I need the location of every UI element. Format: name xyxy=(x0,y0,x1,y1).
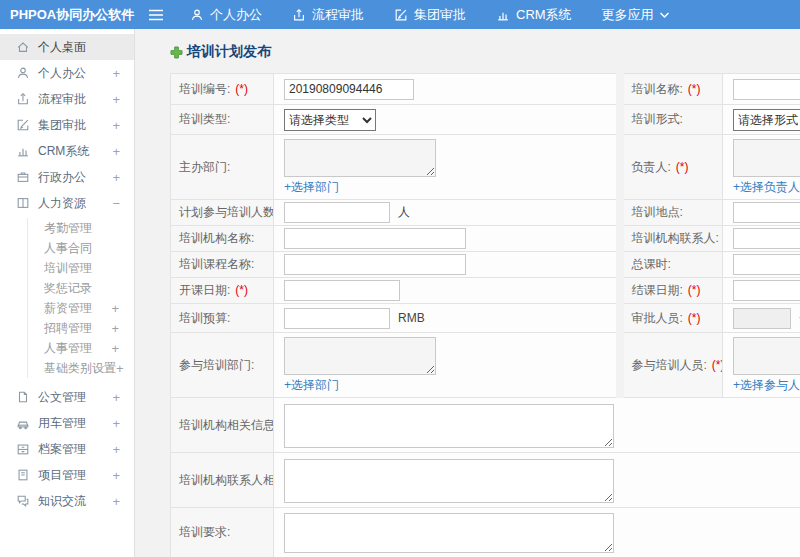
sidebar-item-admin-office[interactable]: 行政办公 + xyxy=(0,164,134,190)
field-label: 培训要求: xyxy=(171,508,274,557)
sidebar-subitem-attendance[interactable]: 考勤管理 xyxy=(28,218,134,238)
sidebar-item-label: 集团审批 xyxy=(38,117,86,134)
training-number-input[interactable] xyxy=(284,79,414,100)
training-type-select[interactable]: 请选择类型 xyxy=(284,109,376,131)
field-label: 总课时: xyxy=(624,252,723,278)
document-icon xyxy=(16,390,30,404)
sidebar-subitem-label: 薪资管理 xyxy=(44,300,92,317)
sidebar-item-label: 用车管理 xyxy=(38,415,86,432)
nav-crm[interactable]: CRM系统 xyxy=(496,6,572,24)
nav-personal-office[interactable]: 个人办公 xyxy=(190,6,262,24)
expand-icon[interactable]: + xyxy=(112,390,120,405)
sidebar-item-document-mgmt[interactable]: 公文管理 + xyxy=(0,384,134,410)
sidebar-subitem-rewards[interactable]: 奖惩记录 xyxy=(28,278,134,298)
field-label: 培训类型: xyxy=(171,105,274,135)
sidebar-item-label: 流程审批 xyxy=(38,91,86,108)
workflow-icon xyxy=(292,8,306,22)
training-plan-form: 培训编号:(*) 培训名称:(*) 培训类型: 请选择类型 培训形式: 请选择形… xyxy=(170,73,800,557)
sidebar-item-hr[interactable]: 人力资源 − xyxy=(0,190,134,216)
select-department-link[interactable]: +选择部门 xyxy=(284,180,339,194)
expand-icon[interactable]: + xyxy=(111,341,119,356)
sidebar-subitem-training[interactable]: 培训管理 xyxy=(28,258,134,278)
sidebar-subitem-personnel[interactable]: 人事管理 + xyxy=(28,338,134,358)
sidebar-subitem-salary[interactable]: 薪资管理 + xyxy=(28,298,134,318)
sidebar-item-personal-desktop[interactable]: 个人桌面 xyxy=(0,34,134,60)
top-navigation: 个人办公 流程审批 集团审批 CRM系统 更多应用 xyxy=(190,6,669,24)
expand-icon[interactable]: + xyxy=(112,494,120,509)
sidebar-subitem-label: 基础类别设置 xyxy=(44,360,116,377)
org-name-input[interactable] xyxy=(284,228,466,249)
sidebar: 个人桌面 个人办公 + 流程审批 + 集团审批 + CRM系统 + 行政办公 + xyxy=(0,29,135,557)
nav-workflow-approval[interactable]: 流程审批 xyxy=(292,6,364,24)
leader-textarea[interactable] xyxy=(733,139,800,177)
sidebar-subitem-label: 招聘管理 xyxy=(44,320,92,337)
expand-icon[interactable]: + xyxy=(112,92,120,107)
expand-icon[interactable]: + xyxy=(111,301,119,316)
course-name-input[interactable] xyxy=(284,254,466,275)
sidebar-subitem-recruitment[interactable]: 招聘管理 + xyxy=(28,318,134,338)
nav-more-apps[interactable]: 更多应用 xyxy=(602,6,669,24)
expand-icon[interactable]: + xyxy=(116,361,124,376)
org-info-textarea[interactable] xyxy=(284,404,614,448)
nav-label: 个人办公 xyxy=(210,6,262,24)
location-input[interactable] xyxy=(733,202,800,223)
total-hours-input[interactable] xyxy=(733,254,800,275)
field-label: 计划参与培训人数:(*) xyxy=(171,200,274,226)
app-logo[interactable]: PHPOA协同办公软件 xyxy=(0,6,148,24)
collapse-icon[interactable]: − xyxy=(112,196,120,211)
end-date-input[interactable] xyxy=(733,280,800,301)
page-title-text: 培训计划发布 xyxy=(187,43,271,61)
expand-icon[interactable]: + xyxy=(111,321,119,336)
select-department-link[interactable]: +选择部门 xyxy=(284,378,339,392)
select-trainees-link[interactable]: +选择参与人员 xyxy=(733,378,800,392)
field-label: 结课日期:(*) xyxy=(624,278,723,304)
expand-icon[interactable]: + xyxy=(112,118,120,133)
expand-icon[interactable]: + xyxy=(112,468,120,483)
budget-input[interactable] xyxy=(284,308,390,329)
expand-icon[interactable]: + xyxy=(112,442,120,457)
sidebar-item-archive-mgmt[interactable]: 档案管理 + xyxy=(0,436,134,462)
expand-icon[interactable]: + xyxy=(112,66,120,81)
sidebar-item-label: 公文管理 xyxy=(38,389,86,406)
sidebar-subitem-hr-contract[interactable]: 人事合同 xyxy=(28,238,134,258)
start-date-input[interactable] xyxy=(284,280,400,301)
org-contact-info-textarea[interactable] xyxy=(284,459,614,503)
edit-icon xyxy=(394,8,408,22)
sidebar-item-label: 档案管理 xyxy=(38,441,86,458)
currency-suffix: RMB xyxy=(398,311,425,325)
expand-icon[interactable]: + xyxy=(112,416,120,431)
host-department-textarea[interactable] xyxy=(284,139,436,177)
sidebar-item-project-mgmt[interactable]: 项目管理 + xyxy=(0,462,134,488)
field-label: 培训机构名称: xyxy=(171,226,274,252)
sidebar-hr-subtree: 考勤管理 人事合同 培训管理 奖惩记录 薪资管理 + 招聘管理 + 人事管理 + xyxy=(27,218,134,378)
sidebar-item-label: 行政办公 xyxy=(38,169,86,186)
sidebar-item-label: CRM系统 xyxy=(38,143,89,160)
nav-group-approval[interactable]: 集团审批 xyxy=(394,6,466,24)
select-leader-link[interactable]: +选择负责人 xyxy=(733,180,800,194)
field-label: 培训机构联系人相关信息: xyxy=(171,453,274,508)
sidebar-subitem-label: 奖惩记录 xyxy=(44,280,92,297)
training-name-input[interactable] xyxy=(733,79,800,100)
expand-icon[interactable]: + xyxy=(112,170,120,185)
training-form-select[interactable]: 请选择形式 xyxy=(733,109,800,131)
menu-toggle-icon[interactable] xyxy=(148,9,168,21)
approver-input[interactable] xyxy=(733,308,791,329)
sidebar-subitem-label: 培训管理 xyxy=(44,260,92,277)
book-icon xyxy=(16,196,30,210)
sidebar-item-vehicle-mgmt[interactable]: 用车管理 + xyxy=(0,410,134,436)
participating-departments-textarea[interactable] xyxy=(284,337,436,375)
sidebar-subitem-base-category[interactable]: 基础类别设置 + xyxy=(28,358,134,378)
org-contact-input[interactable] xyxy=(733,228,800,249)
training-requirements-textarea[interactable] xyxy=(284,513,614,553)
main-content: 培训计划发布 培训编号:(*) 培训名称:(*) 培训类型: 请选择类型 培训形… xyxy=(135,29,800,557)
sidebar-item-group-approval[interactable]: 集团审批 + xyxy=(0,112,134,138)
trainees-textarea[interactable] xyxy=(733,337,800,375)
unit-suffix: 人 xyxy=(398,204,410,221)
sidebar-item-crm[interactable]: CRM系统 + xyxy=(0,138,134,164)
expand-icon[interactable]: + xyxy=(112,144,120,159)
sidebar-item-knowledge-exchange[interactable]: 知识交流 + xyxy=(0,488,134,514)
participant-count-input[interactable] xyxy=(284,202,390,223)
sidebar-item-personal-office[interactable]: 个人办公 + xyxy=(0,60,134,86)
workflow-icon xyxy=(16,92,30,106)
sidebar-item-workflow-approval[interactable]: 流程审批 + xyxy=(0,86,134,112)
